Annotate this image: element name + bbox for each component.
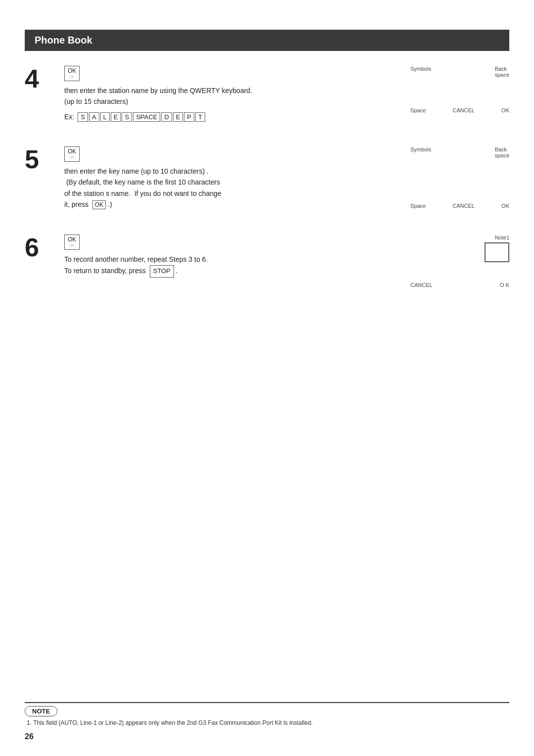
step4-ok-label: OK [501, 107, 509, 113]
key-SPACE: SPACE [133, 112, 160, 122]
step5-symbols-label: Symbols [410, 146, 431, 158]
step6-ok-button: OK ☞ [64, 235, 80, 250]
step4-ok-button: OK ☞ [64, 66, 80, 81]
ok-label: OK [68, 67, 76, 74]
step5-ok-label: OK [501, 203, 509, 209]
step4-symbols-label: Symbols [410, 66, 431, 78]
stop-box: STOP [150, 265, 174, 278]
key-E2: E [173, 112, 183, 122]
ex-label: Ex: [64, 113, 74, 121]
step5-ok-button: OK ☞ [64, 146, 80, 162]
step4-space-label: Space [410, 107, 426, 113]
step4-right-panel: Symbols Backspace Space CANCEL OK [410, 66, 509, 113]
note1-label: Note1 [495, 235, 509, 240]
step4-cancel-label: CANCEL [452, 107, 475, 113]
key-S1: S [78, 112, 88, 122]
key-P: P [184, 112, 194, 122]
step4-top-labels: Symbols Backspace [410, 66, 509, 78]
hand-icon-5: ☞ [68, 155, 76, 160]
note-section: NOTE 1. This field (AUTO, Line-1 or Line… [25, 702, 509, 726]
step5-cancel-label: CANCEL [452, 203, 475, 209]
step6-ok-label: O K [500, 282, 509, 288]
step6-bottom-labels: CANCEL O K [410, 282, 509, 288]
note1-box [485, 242, 509, 262]
step5-top-labels: Symbols Backspace [410, 146, 509, 158]
key-E1: E [111, 112, 121, 122]
step-5-number: 5 [25, 146, 59, 210]
key-T: T [195, 112, 205, 122]
step6-cancel-label: CANCEL [410, 282, 433, 288]
step-6-block: 6 OK ☞ To record another number, repeat … [25, 235, 509, 277]
step4-example: Ex: S A L E S SPACE D E P T [64, 112, 509, 122]
step5-text: then enter the key name (up to 10 charac… [64, 166, 302, 210]
ok-label-5: OK [68, 148, 76, 155]
key-A: A [89, 112, 99, 122]
step5-backspace-label: Backspace [495, 146, 509, 158]
step4-backspace-label: Backspace [495, 66, 509, 78]
key-S2: S [122, 112, 132, 122]
step4-text: then enter the station name by using the… [64, 85, 302, 107]
step6-right-panel: Note1 CANCEL O K [410, 235, 509, 288]
step-4-block: 4 OK ☞ then enter the station name by us… [25, 66, 509, 122]
hand-icon-6: ☞ [68, 243, 76, 248]
page-number: 26 [25, 732, 34, 741]
key-L: L [100, 112, 110, 122]
step5-right-panel: Symbols Backspace Space CANCEL OK [410, 146, 509, 209]
step6-text: To record another number, repeat Steps 3… [64, 254, 302, 277]
ok-label-6: OK [68, 236, 76, 243]
step4-bottom-labels: Space CANCEL OK [410, 107, 509, 113]
step-6-number: 6 [25, 235, 59, 277]
key-D: D [161, 112, 172, 122]
step5-bottom-labels: Space CANCEL OK [410, 203, 509, 209]
hand-icon: ☞ [68, 74, 76, 80]
note-text-1: 1. This field (AUTO, Line-1 or Line-2) a… [27, 719, 509, 726]
step-4-number: 4 [25, 66, 59, 122]
note-tag: NOTE [25, 706, 57, 716]
step-5-block: 5 OK ☞ then enter the key name (up to 10… [25, 146, 509, 210]
step5-space-label: Space [410, 203, 426, 209]
note-divider [25, 702, 509, 703]
page-title: Phone Book [25, 30, 509, 51]
note1-container: Note1 [410, 235, 509, 262]
